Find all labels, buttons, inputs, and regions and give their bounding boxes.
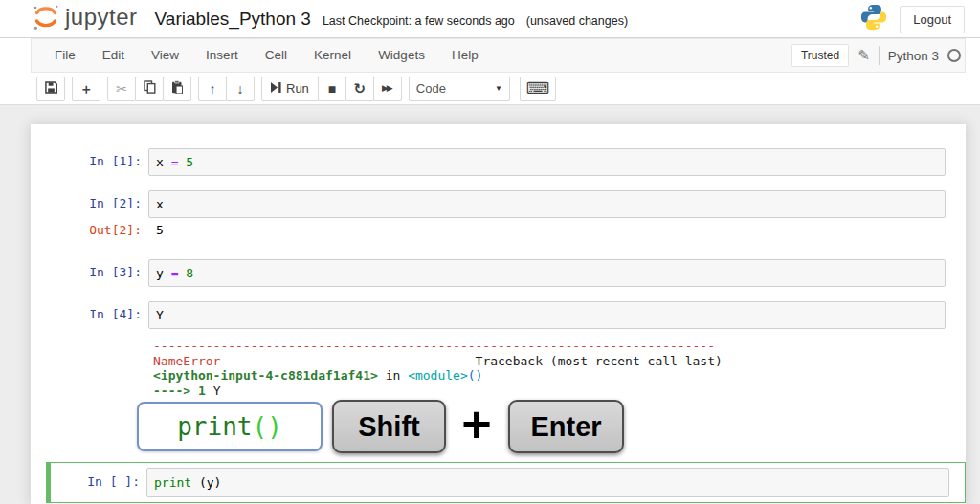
input-prompt: In [1]: bbox=[31, 148, 148, 175]
menubar-wrap: File Edit View Insert Cell Kernel Widget… bbox=[0, 38, 980, 73]
move-group: ↑ ↓ bbox=[198, 77, 255, 101]
jupyter-logo-icon bbox=[33, 3, 59, 35]
paste-cell-button[interactable] bbox=[163, 77, 191, 101]
trusted-badge[interactable]: Trusted bbox=[791, 44, 849, 67]
toolbar: ＋ ✂ ↑ ↓ Run bbox=[0, 73, 980, 105]
kernel-name: Python 3 bbox=[888, 49, 939, 63]
unsaved-changes-status: (unsaved changes) bbox=[526, 11, 628, 28]
header: jupyter Variables_Python 3 Last Checkpoi… bbox=[0, 0, 980, 38]
code-token: = bbox=[171, 155, 187, 169]
code-token: y bbox=[156, 266, 171, 280]
fast-forward-icon: ▶▶ bbox=[382, 84, 393, 93]
jupyter-logo[interactable]: jupyter bbox=[33, 3, 138, 35]
output-value: 5 bbox=[148, 223, 164, 238]
output-area-2: Out[2]: 5 bbox=[31, 223, 966, 238]
code-token: x bbox=[156, 197, 164, 211]
restart-kernel-button[interactable]: ↻ bbox=[345, 77, 374, 101]
code-input[interactable]: y = 8 bbox=[148, 259, 946, 287]
traceback-parens: () bbox=[468, 368, 483, 383]
code-token: = bbox=[171, 266, 187, 280]
input-prompt: In [4]: bbox=[31, 301, 148, 328]
run-icon bbox=[271, 81, 281, 96]
arrow-up-icon: ↑ bbox=[210, 82, 216, 96]
menu-file[interactable]: File bbox=[41, 39, 89, 72]
code-input[interactable]: x bbox=[148, 190, 946, 218]
chevron-down-icon: ▼ bbox=[495, 84, 502, 93]
copy-cell-button[interactable] bbox=[135, 77, 164, 101]
code-cell-3[interactable]: In [3]: y = 8 bbox=[31, 259, 966, 287]
print-hint-parens: () bbox=[252, 412, 281, 441]
traceback-label: Traceback (most recent call last) bbox=[476, 354, 723, 368]
kernel-status-icon bbox=[947, 49, 961, 62]
interrupt-kernel-button[interactable]: ■ bbox=[318, 77, 346, 101]
add-cell-button[interactable]: ＋ bbox=[72, 77, 100, 101]
enter-keycap: Enter bbox=[508, 400, 624, 453]
menu-help[interactable]: Help bbox=[438, 39, 492, 72]
arrow-down-icon: ↓ bbox=[237, 82, 244, 96]
code-token: print bbox=[154, 475, 191, 490]
menubar-divider bbox=[879, 46, 880, 65]
edit-title-pencil-icon[interactable]: ✎ bbox=[858, 47, 870, 64]
input-prompt: In [2]: bbox=[31, 190, 148, 217]
traceback-module: <module> bbox=[408, 368, 468, 383]
shift-keycap: Shift bbox=[332, 400, 446, 453]
menu-kernel[interactable]: Kernel bbox=[301, 39, 365, 72]
traceback-code: Y bbox=[213, 383, 221, 398]
menu-cell[interactable]: Cell bbox=[252, 39, 301, 72]
notebook-title[interactable]: Variables_Python 3 bbox=[155, 9, 311, 30]
error-traceback: ----------------------------------------… bbox=[153, 339, 966, 398]
run-button[interactable]: Run bbox=[261, 77, 319, 101]
save-icon bbox=[45, 81, 57, 97]
menu-widgets[interactable]: Widgets bbox=[365, 39, 438, 72]
traceback-in: in bbox=[378, 368, 408, 383]
cell-type-value: Code bbox=[416, 81, 446, 96]
traceback-gap bbox=[220, 354, 475, 368]
code-token: 5 bbox=[186, 155, 193, 169]
code-token: Y bbox=[156, 308, 164, 322]
code-token: 8 bbox=[186, 266, 193, 280]
menu-view[interactable]: View bbox=[138, 39, 192, 72]
run-label: Run bbox=[286, 81, 309, 96]
plus-icon: ＋ bbox=[79, 82, 93, 96]
edit-group: ✂ bbox=[107, 77, 191, 101]
keyboard-icon: ⌨ bbox=[526, 80, 550, 97]
move-cell-down-button[interactable]: ↓ bbox=[226, 77, 255, 101]
traceback-arrow-line: ----> 1 bbox=[153, 383, 213, 398]
input-prompt: In [ ]: bbox=[51, 468, 146, 496]
code-cell-2[interactable]: In [2]: x bbox=[31, 190, 966, 218]
code-token: x bbox=[156, 155, 171, 169]
cut-cell-button[interactable]: ✂ bbox=[107, 77, 136, 101]
logout-button[interactable]: Logout bbox=[900, 6, 965, 33]
cell-type-dropdown[interactable]: Code ▼ bbox=[409, 77, 510, 101]
menubar: File Edit View Insert Cell Kernel Widget… bbox=[31, 38, 966, 73]
traceback-rule: ----------------------------------------… bbox=[153, 339, 715, 353]
code-input[interactable]: Y bbox=[148, 301, 946, 329]
print-hint-text: print bbox=[177, 412, 252, 441]
code-cell-4[interactable]: In [4]: Y bbox=[31, 301, 966, 329]
traceback-frame: <ipython-input-4-c881daf1af41> bbox=[153, 368, 378, 383]
input-prompt: In [3]: bbox=[31, 259, 148, 286]
menu-edit[interactable]: Edit bbox=[89, 39, 138, 72]
move-cell-up-button[interactable]: ↑ bbox=[198, 77, 227, 101]
save-button[interactable] bbox=[36, 77, 65, 101]
code-cell-1[interactable]: In [1]: x = 5 bbox=[31, 148, 966, 176]
jupyter-logo-text: jupyter bbox=[65, 4, 138, 31]
menu-insert[interactable]: Insert bbox=[192, 39, 252, 72]
restart-icon: ↻ bbox=[354, 81, 367, 96]
paste-icon bbox=[171, 80, 183, 97]
python-logo bbox=[859, 3, 888, 35]
plus-sign: + bbox=[448, 394, 505, 453]
selected-code-cell[interactable]: In [ ]: print (y) bbox=[46, 462, 966, 503]
command-palette-button[interactable]: ⌨ bbox=[520, 77, 557, 101]
insert-group: ＋ bbox=[72, 77, 100, 101]
code-token: (y) bbox=[191, 475, 221, 490]
restart-run-all-button[interactable]: ▶▶ bbox=[373, 77, 402, 101]
error-name: NameError bbox=[153, 354, 220, 368]
code-input-active[interactable]: print (y) bbox=[146, 468, 949, 497]
code-input[interactable]: x = 5 bbox=[148, 148, 946, 176]
print-hint-box: print () bbox=[137, 402, 323, 451]
menubar-right: Trusted ✎ Python 3 bbox=[791, 44, 961, 67]
output-prompt: Out[2]: bbox=[31, 223, 148, 238]
jupyter-notebook-app: jupyter Variables_Python 3 Last Checkpoi… bbox=[0, 0, 980, 504]
run-group: Run ■ ↻ ▶▶ bbox=[261, 77, 402, 101]
